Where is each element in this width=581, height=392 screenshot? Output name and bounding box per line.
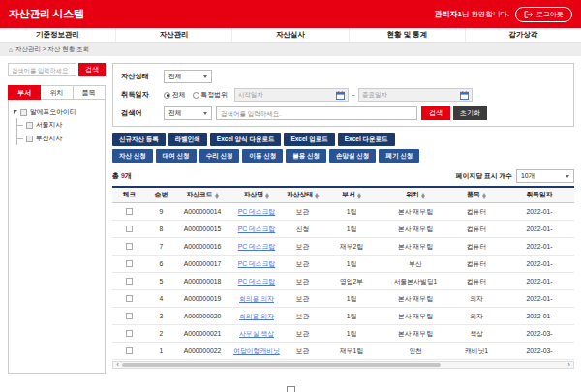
- asset-name-link[interactable]: PC 데스크탑: [238, 226, 276, 232]
- excel-upload-button[interactable]: Excel 업로드: [284, 133, 334, 146]
- asset-name-link[interactable]: 사무실 책상: [239, 330, 274, 337]
- cell-location: 본사 재무팀: [382, 290, 448, 308]
- new-asset-button[interactable]: 신규자산 등록: [112, 133, 166, 146]
- asset-status-label: 자산상태: [121, 72, 164, 81]
- radio-range[interactable]: 특정범위: [193, 90, 228, 100]
- col-dept[interactable]: 부서: [321, 187, 382, 203]
- end-date-placeholder: 종료일자: [362, 91, 387, 100]
- page-size-value: 10개: [521, 171, 535, 181]
- label-print-button[interactable]: 라벨인쇄: [168, 133, 207, 146]
- cell-date: 2022-01-: [505, 221, 574, 238]
- asset-name-link[interactable]: PC 데스크탑: [238, 243, 276, 250]
- col-location-label: 위치: [406, 191, 419, 197]
- logout-button[interactable]: 로그아웃: [515, 7, 572, 22]
- asset-name-link[interactable]: PC 데스크탑: [238, 278, 276, 285]
- scroll-left-icon[interactable]: ‹: [113, 362, 122, 368]
- nav-item-base-info[interactable]: 기준정보관리: [0, 28, 116, 42]
- app-title: 자산관리 시스템: [9, 7, 84, 21]
- sidebar-tree-panel: 알에프오아이티 서울지사 부산지사: [8, 100, 106, 374]
- nav-item-asset-audit[interactable]: 자산실사: [232, 28, 349, 42]
- tree-root-checkbox[interactable]: [20, 109, 27, 116]
- excel-download-button[interactable]: Excel 다운로드: [338, 133, 395, 146]
- col-name[interactable]: 자산명: [229, 187, 285, 203]
- radio-range-label: 특정범위: [201, 90, 228, 100]
- page-size-select[interactable]: 10개: [516, 169, 574, 183]
- loss-request-button[interactable]: 손망실 신청: [329, 149, 376, 163]
- nav-item-status-stats[interactable]: 현황 및 통계: [350, 28, 466, 42]
- row-checkbox[interactable]: [126, 295, 133, 302]
- unused-request-button[interactable]: 불용 신청: [286, 149, 326, 163]
- col-code[interactable]: 자산코드: [176, 187, 229, 203]
- scrollbar-thumb[interactable]: [122, 363, 441, 367]
- sidebar-tab-item[interactable]: 품목: [74, 85, 106, 100]
- row-checkbox[interactable]: [126, 278, 133, 285]
- cell-location: 인천: [382, 343, 448, 360]
- table-row: 1A000000022여닫이형캐비닛보관재무1팀인천캐비닛12022-03-: [112, 343, 574, 360]
- sidebar-search-button[interactable]: 검색: [78, 63, 106, 76]
- asset-request-button[interactable]: 자산 신청: [112, 149, 153, 163]
- tree-node-root[interactable]: 알에프오아이티: [14, 107, 100, 117]
- row-checkbox[interactable]: [126, 313, 133, 319]
- page-bottom-checkbox[interactable]: [287, 386, 295, 392]
- nav-item-asset-mgmt[interactable]: 자산관리: [116, 28, 232, 42]
- tree-node-seoul[interactable]: 서울지사: [17, 118, 100, 132]
- keyword-scope-select[interactable]: 전체: [164, 106, 212, 120]
- asset-name-link[interactable]: PC 데스크탑: [238, 260, 276, 267]
- col-no: 순번: [146, 187, 176, 203]
- tree-child-checkbox[interactable]: [26, 136, 33, 142]
- start-date-input[interactable]: 시작일자: [234, 88, 349, 102]
- sidebar-tab-location[interactable]: 위치: [41, 85, 73, 100]
- asset-status-select[interactable]: 전체: [164, 70, 212, 83]
- row-checkbox[interactable]: [126, 330, 133, 337]
- sort-icon: [482, 193, 486, 199]
- sidebar: 검색 부서 위치 품목 알에프오아이티 서울지사 부산지사: [8, 63, 106, 392]
- cell-item: 컴퓨터: [448, 238, 505, 256]
- repair-request-button[interactable]: 수리 신청: [199, 149, 240, 163]
- filter-reset-button[interactable]: 초기화: [453, 106, 487, 120]
- radio-all[interactable]: 전체: [164, 90, 186, 100]
- asset-name-link[interactable]: 여닫이형캐비닛: [233, 347, 280, 354]
- row-checkbox[interactable]: [126, 243, 133, 250]
- cell-no: 5: [146, 273, 176, 290]
- nav-item-depreciation[interactable]: 감가상각: [466, 28, 581, 42]
- cell-location: 서울본사빌딩1: [382, 273, 448, 290]
- asset-name-link[interactable]: PC 데스크탑: [238, 208, 276, 215]
- col-status[interactable]: 자산상태: [285, 187, 321, 203]
- tree-expander-icon[interactable]: [14, 110, 17, 114]
- calendar-icon[interactable]: [336, 91, 345, 100]
- asset-name-link[interactable]: 회의용 의자: [239, 313, 274, 319]
- cell-no: 7: [146, 238, 176, 256]
- end-date-input[interactable]: 종료일자: [358, 88, 473, 102]
- tree-node-busan[interactable]: 부산지사: [17, 132, 100, 145]
- sidebar-tab-department[interactable]: 부서: [8, 85, 41, 100]
- col-name-label: 자산명: [244, 191, 263, 197]
- col-item[interactable]: 품목: [448, 187, 505, 203]
- row-checkbox[interactable]: [126, 260, 133, 267]
- table-row: 4A000000019회의용 의자보관1팀본사 재무팀의자2022-01-: [112, 290, 574, 308]
- scrollbar-track[interactable]: [122, 362, 565, 368]
- calendar-icon[interactable]: [460, 91, 469, 100]
- row-checkbox[interactable]: [126, 208, 133, 215]
- cell-date: 2022-03-: [505, 325, 574, 343]
- tree-child-checkbox[interactable]: [26, 122, 33, 129]
- cell-status: 보관: [285, 203, 321, 221]
- move-request-button[interactable]: 이동 신청: [242, 149, 283, 163]
- row-checkbox[interactable]: [126, 347, 133, 354]
- excel-template-download-button[interactable]: Excel 양식 다운로드: [210, 133, 282, 146]
- asset-name-link[interactable]: 회의용 의자: [239, 295, 274, 302]
- filter-search-button[interactable]: 검색: [421, 106, 450, 120]
- cell-code: A000000021: [176, 325, 229, 343]
- table-header-row: 체크 순번 자산코드 자산명 자산상태 부서 위치 품목 취득일자: [112, 187, 574, 203]
- col-location[interactable]: 위치: [382, 187, 448, 203]
- scroll-right-icon[interactable]: ›: [565, 362, 573, 368]
- row-checkbox[interactable]: [126, 226, 133, 232]
- total-suffix: 개: [125, 172, 132, 179]
- rental-request-button[interactable]: 대여 신청: [156, 149, 197, 163]
- keyword-input[interactable]: [216, 106, 417, 120]
- col-check: 체크: [112, 187, 146, 203]
- sidebar-search-input[interactable]: [8, 63, 76, 76]
- discard-request-button[interactable]: 폐기 신청: [379, 149, 419, 163]
- cell-dept: 재무1팀: [321, 343, 382, 360]
- cell-dept: 영업2부: [321, 273, 382, 290]
- cell-location: 본사 재무팀: [382, 325, 448, 343]
